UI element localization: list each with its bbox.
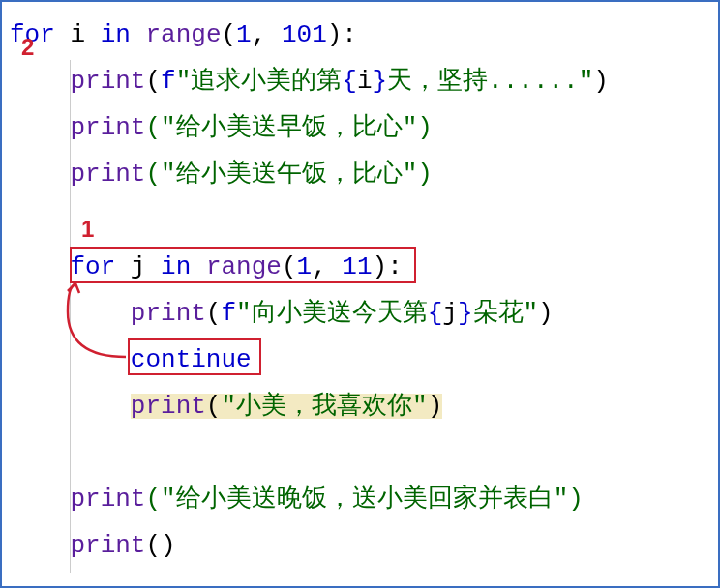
fvar-j: j — [442, 301, 458, 326]
highlight-box-continue — [128, 338, 261, 375]
builtin-print: print — [131, 301, 206, 326]
print-arg: ("给小美送午饭，比心") — [145, 162, 432, 187]
string-text: 小美，我喜欢你 — [236, 392, 412, 421]
code-line-4: print("给小美送午饭，比心") — [10, 151, 710, 197]
builtin-print: print — [131, 392, 206, 421]
code-line-1: for i in range(1, 101): — [10, 12, 710, 58]
builtin-print: print — [70, 533, 145, 558]
print-arg: () — [145, 533, 175, 558]
code-line-9: print("小美，我喜欢你") — [10, 383, 710, 429]
paren: ( — [221, 22, 236, 47]
code-line-2: print(f"追求小美的第{i}天，坚持......") — [10, 58, 710, 104]
code-line-3: print("给小美送早饭，比心") — [10, 104, 710, 151]
f-prefix: f — [161, 69, 176, 94]
num-101: 101 — [282, 22, 327, 47]
num-1: 1 — [236, 22, 252, 47]
builtin-print: print — [70, 115, 145, 140]
print-arg: ("给小美送早饭，比心") — [145, 115, 432, 140]
highlight-box-for-loop — [70, 247, 416, 283]
annotation-label-2: 2 — [21, 36, 34, 59]
blank-line — [10, 429, 710, 476]
keyword-in: in — [101, 22, 131, 47]
code-line-11: print("给小美送晚饭，送小美回家并表白") — [10, 476, 710, 522]
builtin-range: range — [145, 22, 221, 47]
code-line-12: print() — [10, 522, 710, 569]
code-block: for i in range(1, 101): print(f"追求小美的第{i… — [2, 2, 718, 578]
string-text: 向小美送今天第 — [252, 301, 428, 326]
annotation-label-1: 1 — [81, 218, 94, 241]
code-line-7: print(f"向小美送今天第{j}朵花") — [10, 290, 710, 337]
var-i: i — [70, 22, 85, 47]
print-arg: ("给小美送晚饭，送小美回家并表白") — [145, 486, 583, 512]
code-line-8: continue — [10, 337, 710, 383]
fvar-i: i — [357, 69, 373, 94]
indent-guide — [70, 60, 71, 573]
builtin-print: print — [70, 162, 145, 187]
string-text: 追求小美的第 — [191, 69, 342, 94]
blank-line — [10, 197, 710, 244]
builtin-print: print — [70, 486, 145, 512]
builtin-print: print — [70, 69, 145, 94]
